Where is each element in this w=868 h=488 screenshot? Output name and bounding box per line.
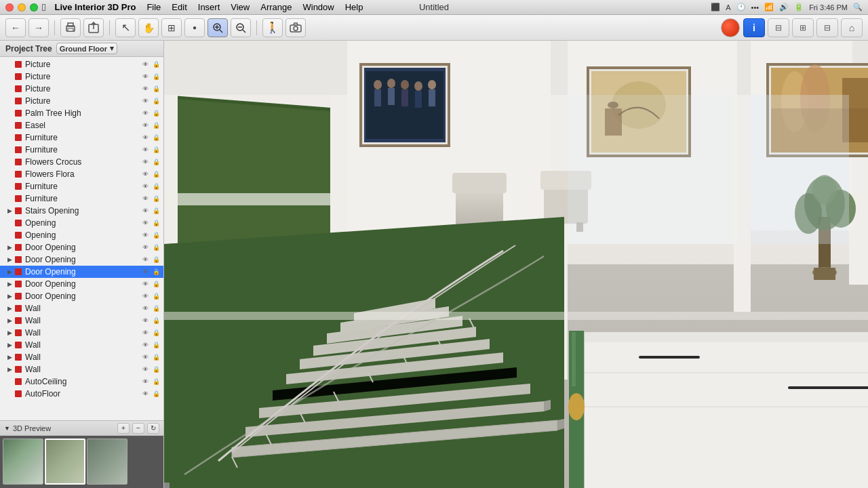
tree-item-lock-icon[interactable]: 🔒 [151,377,161,386]
tree-item-visibility-icon[interactable]: 👁 [140,60,150,69]
tree-item-13[interactable]: ▶Stairs Opening👁🔒 [0,205,163,217]
tree-item-visibility-icon[interactable]: 👁 [140,157,150,167]
tree-item-8[interactable]: Furniture👁🔒 [0,144,163,156]
tree-item-visibility-icon[interactable]: 👁 [140,84,150,94]
tree-item-visibility-icon[interactable]: 👁 [140,365,150,374]
tree-item-visibility-icon[interactable]: 👁 [140,218,150,228]
tree-expand-icon[interactable] [5,390,14,398]
tree-expand-icon[interactable] [5,134,14,142]
tree-expand-icon[interactable] [5,158,14,166]
tree-item-lock-icon[interactable]: 🔒 [151,230,161,240]
tree-expand-icon[interactable]: ▶ [5,280,14,288]
tree-item-visibility-icon[interactable]: 👁 [140,267,150,277]
preview-zoom-in-button[interactable]: + [117,423,130,434]
menu-app-name[interactable]: Live Interior 3D Pro [50,1,140,13]
tree-item-visibility-icon[interactable]: 👁 [140,377,150,386]
tree-item-lock-icon[interactable]: 🔒 [151,194,161,203]
tree-item-11[interactable]: Furniture👁🔒 [0,180,163,192]
tree-item-16[interactable]: ▶Door Opening👁🔒 [0,241,163,253]
dot-tool[interactable]: ● [184,18,205,37]
tree-expand-icon[interactable] [5,121,14,129]
tree-item-14[interactable]: Opening👁🔒 [0,217,163,229]
tree-item-lock-icon[interactable]: 🔒 [151,145,161,155]
tree-item-12[interactable]: Furniture👁🔒 [0,192,163,205]
tree-item-3[interactable]: Picture👁🔒 [0,83,163,95]
print-button[interactable] [60,18,81,37]
tree-item-lock-icon[interactable]: 🔒 [151,340,161,350]
back-button[interactable]: ← [5,18,26,37]
tree-item-7[interactable]: Furniture👁🔒 [0,131,163,144]
tree-expand-icon[interactable] [5,97,14,105]
tree-item-visibility-icon[interactable]: 👁 [140,304,150,313]
menu-view[interactable]: View [226,1,254,13]
preview-thumb-3[interactable] [87,439,127,485]
tree-expand-icon[interactable] [5,73,14,81]
tree-item-lock-icon[interactable]: 🔒 [151,84,161,94]
tree-item-visibility-icon[interactable]: 👁 [140,133,150,142]
tree-item-lock-icon[interactable]: 🔒 [151,316,161,325]
tree-expand-icon[interactable]: ▶ [5,329,14,337]
tree-item-lock-icon[interactable]: 🔒 [151,108,161,118]
tree-expand-icon[interactable]: ▶ [5,207,14,215]
tree-item-2[interactable]: Picture👁🔒 [0,70,163,83]
tree-item-lock-icon[interactable]: 🔒 [151,121,161,130]
tree-item-visibility-icon[interactable]: 👁 [140,279,150,289]
zoom-in-tool[interactable] [208,18,228,37]
tree-item-lock-icon[interactable]: 🔒 [151,389,161,399]
info-button[interactable]: i [743,18,765,37]
zoom-out-tool[interactable] [231,18,251,37]
tree-item-9[interactable]: Flowers Crocus👁🔒 [0,156,163,168]
tree-item-22[interactable]: ▶Wall👁🔒 [0,314,163,327]
tree-item-visibility-icon[interactable]: 👁 [140,121,150,130]
tree-item-visibility-icon[interactable]: 👁 [140,255,150,264]
minimize-button[interactable] [18,3,26,12]
2d-view-button[interactable]: ⊟ [768,18,789,37]
materials-button[interactable] [720,18,741,37]
tree-item-visibility-icon[interactable]: 👁 [140,352,150,362]
tree-item-5[interactable]: Palm Tree High👁🔒 [0,107,163,119]
tree-item-lock-icon[interactable]: 🔒 [151,206,161,216]
menu-file[interactable]: File [142,1,165,13]
tree-item-visibility-icon[interactable]: 👁 [140,243,150,252]
tree-item-19[interactable]: ▶Door Opening👁🔒 [0,278,163,290]
tree-expand-icon[interactable] [5,219,14,227]
menu-insert[interactable]: Insert [193,1,225,13]
tree-expand-icon[interactable] [5,109,14,117]
tree-item-lock-icon[interactable]: 🔒 [151,169,161,179]
maximize-button[interactable] [30,3,38,12]
viewport[interactable] [164,41,868,488]
tree-item-15[interactable]: Opening👁🔒 [0,229,163,241]
tree-expand-icon[interactable]: ▶ [5,317,14,325]
tree-item-lock-icon[interactable]: 🔒 [151,60,161,69]
menu-arrange[interactable]: Arrange [256,1,296,13]
tree-item-lock-icon[interactable]: 🔒 [151,255,161,264]
tree-expand-icon[interactable]: ▶ [5,292,14,300]
tree-item-visibility-icon[interactable]: 👁 [140,389,150,399]
preview-zoom-out-button[interactable]: − [132,423,144,434]
tree-expand-icon[interactable]: ▶ [5,341,14,349]
tree-item-6[interactable]: Easel👁🔒 [0,119,163,131]
hand-tool[interactable]: ✋ [138,18,159,37]
home-view-button[interactable]: ⌂ [841,18,863,37]
tree-item-lock-icon[interactable]: 🔒 [151,328,161,338]
preview-thumb-2[interactable] [45,439,85,485]
resize-handle[interactable] [164,483,170,488]
tree-expand-icon[interactable] [5,85,14,93]
tree-expand-icon[interactable]: ▶ [5,256,14,264]
forward-button[interactable]: → [28,18,49,37]
tree-item-visibility-icon[interactable]: 👁 [140,328,150,338]
3d-view-button[interactable]: ⊟ [816,18,838,37]
tree-item-lock-icon[interactable]: 🔒 [151,304,161,313]
tree-item-27[interactable]: AutoCeiling👁🔒 [0,375,163,388]
tree-item-28[interactable]: AutoFloor👁🔒 [0,388,163,400]
tree-item-lock-icon[interactable]: 🔒 [151,279,161,289]
tree-item-23[interactable]: ▶Wall👁🔒 [0,327,163,339]
tree-item-20[interactable]: ▶Door Opening👁🔒 [0,290,163,302]
tree-item-25[interactable]: ▶Wall👁🔒 [0,351,163,363]
tree-expand-icon[interactable]: ▶ [5,268,14,276]
tree-item-lock-icon[interactable]: 🔒 [151,96,161,106]
tree-expand-icon[interactable]: ▶ [5,365,14,373]
tree-item-visibility-icon[interactable]: 👁 [140,206,150,216]
tree-item-lock-icon[interactable]: 🔒 [151,267,161,277]
tree-item-10[interactable]: Flowers Flora👁🔒 [0,168,163,180]
